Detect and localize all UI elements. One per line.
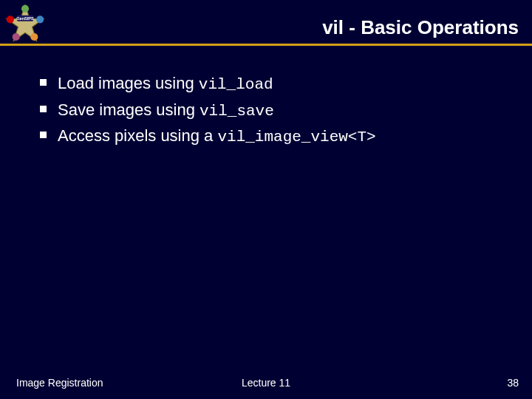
svg-point-3 — [30, 33, 38, 41]
bullet-code: vil_image_view<T> — [217, 129, 375, 146]
bullet-code: vil_load — [199, 76, 273, 93]
footer-center: Lecture 11 — [242, 377, 290, 389]
logo-badge: GenSIPS — [4, 3, 46, 44]
star-logo-icon: GenSIPS — [4, 3, 46, 44]
list-item: Access pixels using a vil_image_view<T> — [35, 123, 517, 150]
bullet-text: Save images using — [58, 100, 200, 119]
svg-point-1 — [21, 5, 29, 13]
svg-point-2 — [36, 16, 44, 23]
list-item: Load images using vil_load — [35, 71, 517, 98]
bullet-text: Load images using — [58, 74, 199, 92]
slide-title: vil - Basic Operations — [322, 16, 519, 39]
bullet-list: Load images using vil_load Save images u… — [35, 71, 517, 150]
svg-point-4 — [13, 33, 20, 41]
bullet-code: vil_save — [200, 103, 274, 120]
slide-number: 38 — [507, 377, 519, 389]
slide-header: GenSIPS vil - Basic Operations — [0, 0, 532, 46]
svg-point-5 — [7, 16, 14, 23]
list-item: Save images using vil_save — [35, 98, 517, 124]
bullet-text: Access pixels using a — [58, 126, 217, 145]
logo-text: GenSIPS — [16, 16, 34, 21]
slide-body: Load images using vil_load Save images u… — [0, 46, 532, 150]
footer-left: Image Registration — [16, 377, 103, 389]
